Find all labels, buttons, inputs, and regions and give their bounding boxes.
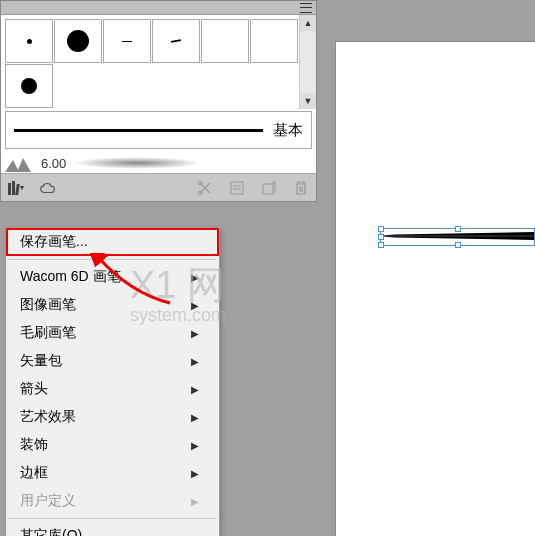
menu-decoration[interactable]: 装饰 ▶ [6,431,219,459]
stroke-line [14,129,263,132]
menu-user-defined: 用户定义 ▶ [6,487,219,515]
selection-bounds [380,228,535,246]
library-context-menu: 保存画笔... Wacom 6D 画笔 ▶ 图像画笔 ▶ 毛刷画笔 ▶ 矢量包 … [5,227,220,536]
menu-separator [8,518,217,519]
canvas-area[interactable] [335,41,535,536]
cloud-library-icon[interactable] [39,179,57,197]
panel-header [1,1,316,15]
menu-label: 箭头 [20,380,48,398]
menu-label: 用户定义 [20,492,76,510]
selection-handle[interactable] [378,234,384,240]
brush-tip-icon [5,154,35,172]
scroll-down-icon[interactable]: ▼ [300,93,316,109]
svg-rect-5 [263,184,273,194]
menu-separator [8,259,217,260]
brush-swatch[interactable] [201,19,249,63]
submenu-arrow-icon: ▶ [191,384,199,395]
options-icon[interactable] [228,179,246,197]
stroke-label: 基本 [273,121,303,140]
submenu-arrow-icon: ▶ [191,272,199,283]
menu-label: 边框 [20,464,48,482]
new-item-icon[interactable] [260,179,278,197]
menu-art-effects[interactable]: 艺术效果 ▶ [6,403,219,431]
swatches-grid [1,15,299,109]
menu-save-brush[interactable]: 保存画笔... [6,228,219,256]
menu-arrows[interactable]: 箭头 ▶ [6,375,219,403]
submenu-arrow-icon: ▶ [191,412,199,423]
brush-swatch[interactable] [5,19,53,63]
selection-handle[interactable] [378,226,384,232]
menu-label: 矢量包 [20,352,62,370]
menu-borders[interactable]: 边框 ▶ [6,459,219,487]
brush-swatch[interactable] [5,64,53,108]
menu-image-brush[interactable]: 图像画笔 ▶ [6,291,219,319]
submenu-arrow-icon: ▶ [191,300,199,311]
menu-bristle-brush[interactable]: 毛刷画笔 ▶ [6,319,219,347]
menu-vector-pack[interactable]: 矢量包 ▶ [6,347,219,375]
menu-label: 其它库(O)... [20,527,94,536]
brush-swatch[interactable] [250,19,298,63]
brush-preview: 6.00 [1,149,316,173]
trash-icon[interactable] [292,179,310,197]
scroll-up-icon[interactable]: ▲ [300,15,316,31]
panel-toolbar: ▾ [1,173,316,201]
submenu-arrow-icon: ▶ [191,496,199,507]
selection-handle[interactable] [455,242,461,248]
menu-label: 装饰 [20,436,48,454]
svg-rect-2 [231,182,243,194]
brush-size-value: 6.00 [41,156,66,171]
menu-label: 毛刷画笔 [20,324,76,342]
stroke-box[interactable]: 基本 [5,111,312,149]
menu-label: 保存画笔... [20,233,88,251]
brush-swatch[interactable] [103,19,151,63]
menu-label: 艺术效果 [20,408,76,426]
selected-stroke-object[interactable] [380,228,535,246]
menu-label: 图像画笔 [20,296,76,314]
submenu-arrow-icon: ▶ [191,468,199,479]
submenu-arrow-icon: ▶ [191,328,199,339]
selection-handle[interactable] [378,242,384,248]
brush-swatch[interactable] [54,19,102,63]
swatch-scrollbar[interactable]: ▲ ▼ [299,15,316,109]
brush-stroke-preview [72,157,202,169]
submenu-arrow-icon: ▶ [191,440,199,451]
selection-handle[interactable] [455,226,461,232]
menu-other-libs[interactable]: 其它库(O)... [6,522,219,536]
brushes-panel: ▲ ▼ 基本 6.00 ▾ [0,0,317,202]
submenu-arrow-icon: ▶ [191,356,199,367]
swatches-area: ▲ ▼ [1,15,316,109]
panel-menu-icon[interactable] [300,3,312,13]
menu-wacom[interactable]: Wacom 6D 画笔 ▶ [6,263,219,291]
scissors-icon[interactable] [196,179,214,197]
library-icon[interactable]: ▾ [7,179,25,197]
stroke-preview: 基本 [1,109,316,149]
menu-label: Wacom 6D 画笔 [20,268,121,286]
brush-swatch[interactable] [152,19,200,63]
